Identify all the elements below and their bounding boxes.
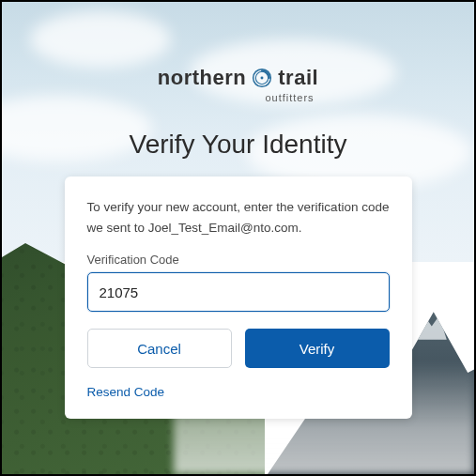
verification-code-label: Verification Code [87,253,390,267]
verification-code-input[interactable] [87,272,390,312]
brand-subtitle: outfitters [265,92,314,103]
instruction-suffix: . [299,221,302,235]
brand-name-right: trail [278,66,318,90]
verify-button[interactable]: Verify [245,329,390,368]
brand-name-left: northern [158,66,246,90]
cancel-button[interactable]: Cancel [87,329,232,368]
brand-logo: northern trail outfitters [158,66,318,103]
compass-icon [252,68,272,88]
page-title: Verify Your Identity [130,130,347,160]
instruction-email: Joel_Test_Email@nto.com [148,221,299,235]
svg-point-2 [261,77,264,80]
instruction-text: To verify your new account, enter the ve… [87,197,390,238]
resend-code-link[interactable]: Resend Code [87,385,165,399]
verify-card: To verify your new account, enter the ve… [65,177,412,419]
